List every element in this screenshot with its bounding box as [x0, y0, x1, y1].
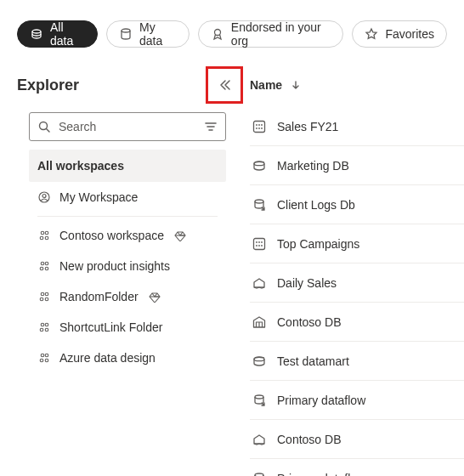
- workspace-item[interactable]: Azure data design: [29, 343, 226, 373]
- workspace-item[interactable]: ShortcutLink Folder: [29, 312, 226, 343]
- data-row[interactable]: Primary dataflow: [250, 459, 464, 476]
- group-icon: [37, 320, 51, 334]
- group-icon: [37, 229, 51, 242]
- collapse-explorer-button[interactable]: [207, 68, 241, 102]
- data-label: Daily Sales: [277, 276, 337, 290]
- data-label: Contoso DB: [277, 315, 341, 329]
- lakehouse-icon: [252, 275, 267, 291]
- search-container: [29, 112, 226, 141]
- divider: [37, 216, 218, 217]
- data-row[interactable]: Daily Sales: [250, 264, 464, 303]
- dataflow-icon: [252, 393, 267, 408]
- group-icon: [37, 290, 51, 303]
- data-label: Contoso DB: [277, 433, 341, 446]
- item-label: Azure data design: [59, 351, 156, 365]
- item-label: New product insights: [59, 259, 170, 273]
- explorer-title: Explorer: [17, 76, 79, 94]
- data-row[interactable]: Marketing DB: [250, 146, 464, 185]
- data-label: Sales FY21: [277, 120, 338, 133]
- dataflow-icon: [252, 471, 267, 477]
- data-row[interactable]: Sales FY21: [250, 107, 464, 146]
- item-label: ShortcutLink Folder: [59, 320, 162, 334]
- datamart-icon: [252, 354, 267, 369]
- chip-label: My data: [139, 20, 177, 48]
- database-icon: [119, 27, 133, 41]
- datamart-icon: [252, 158, 267, 173]
- group-icon: [37, 259, 51, 273]
- data-list-panel: Name Sales FY21 Marketing DB Client Logs…: [238, 61, 464, 476]
- warehouse-icon: [252, 314, 267, 330]
- item-label: Contoso workspace: [59, 229, 164, 242]
- chip-all-data[interactable]: All data: [17, 20, 98, 48]
- dataset-icon: [252, 236, 267, 252]
- item-label: All workspaces: [37, 159, 124, 173]
- group-icon: [37, 351, 51, 365]
- all-workspaces-item[interactable]: All workspaces: [29, 150, 226, 182]
- filter-icon[interactable]: [204, 120, 218, 133]
- data-label: Primary dataflow: [277, 472, 365, 477]
- person-icon: [37, 190, 51, 204]
- chip-my-data[interactable]: My data: [106, 20, 190, 48]
- diamond-icon: [149, 291, 161, 303]
- workspace-list: All workspaces My Workspace Contoso work…: [17, 150, 238, 373]
- item-label: RandomFolder: [59, 290, 139, 303]
- chevrons-left-icon: [218, 78, 231, 92]
- data-row[interactable]: Client Logs Db: [250, 185, 464, 224]
- chip-endorsed[interactable]: Endorsed in your org: [198, 20, 344, 48]
- diamond-icon: [174, 230, 186, 241]
- data-label: Test datamart: [277, 354, 349, 368]
- chip-label: Endorsed in your org: [231, 20, 331, 48]
- column-header-name[interactable]: Name: [250, 68, 464, 102]
- dataset-icon: [252, 119, 267, 134]
- lakehouse-icon: [252, 432, 267, 447]
- data-row[interactable]: Test datamart: [250, 342, 464, 381]
- dataflow-icon: [252, 197, 267, 212]
- star-icon: [365, 27, 378, 41]
- data-row[interactable]: Contoso DB: [250, 303, 464, 342]
- workspace-item[interactable]: My Workspace: [29, 182, 226, 212]
- filter-chips-row: All data My data Endorsed in your org Fa…: [0, 0, 464, 61]
- data-label: Marketing DB: [277, 159, 349, 173]
- workspace-item[interactable]: New product insights: [29, 251, 226, 281]
- data-label: Client Logs Db: [277, 198, 355, 212]
- column-header-label: Name: [250, 78, 282, 92]
- chip-favorites[interactable]: Favorites: [352, 20, 447, 48]
- data-label: Top Campaigns: [277, 237, 359, 251]
- data-row[interactable]: Top Campaigns: [250, 224, 464, 264]
- chip-label: Favorites: [385, 27, 434, 41]
- data-row[interactable]: Contoso DB: [250, 420, 464, 459]
- chip-label: All data: [50, 20, 85, 48]
- workspace-item[interactable]: RandomFolder: [29, 281, 226, 312]
- sort-down-icon: [291, 80, 301, 90]
- ribbon-icon: [211, 27, 224, 41]
- item-label: My Workspace: [59, 190, 138, 204]
- data-row[interactable]: Primary dataflow: [250, 381, 464, 420]
- search-input[interactable]: [29, 112, 226, 141]
- data-label: Primary dataflow: [277, 394, 365, 407]
- search-icon: [37, 120, 51, 133]
- workspace-item[interactable]: Contoso workspace: [29, 220, 226, 251]
- stack-icon: [30, 27, 43, 41]
- explorer-panel: Explorer All workspaces My Workspace C: [17, 61, 238, 373]
